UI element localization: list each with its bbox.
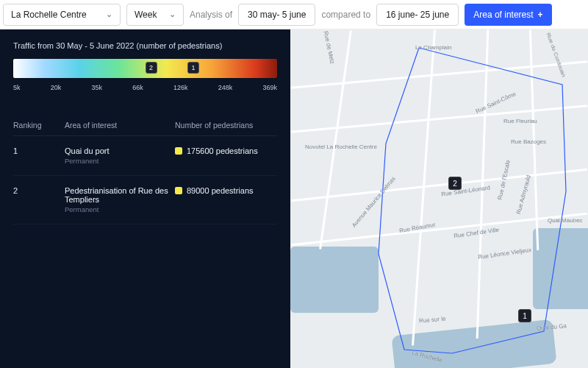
legend-tick: 66k bbox=[132, 84, 143, 91]
compared-to-label: compared to bbox=[321, 10, 370, 20]
legend-marker-2: 2 bbox=[146, 62, 157, 74]
map-viewport[interactable]: 1 2 Rue de MetzLe ChamplainRue du Cordou… bbox=[290, 29, 588, 368]
map-marker-label: 1 bbox=[523, 312, 527, 320]
plus-icon: + bbox=[538, 10, 543, 20]
street-label: Quai Maubec bbox=[548, 217, 583, 224]
row-area-status: Permanent bbox=[65, 157, 175, 165]
street-label: Rue Bazoges bbox=[511, 138, 546, 145]
street-label: Rue Fleuriau bbox=[503, 118, 537, 124]
row-rank: 2 bbox=[13, 186, 65, 195]
ranking-row[interactable]: 2 Pedestrianisation of Rue des Templiers… bbox=[13, 176, 277, 224]
add-area-of-interest-button[interactable]: Area of interest + bbox=[465, 4, 551, 26]
legend-tick: 20k bbox=[51, 84, 62, 91]
color-swatch-icon bbox=[175, 147, 182, 155]
legend-tick: 35k bbox=[91, 84, 102, 91]
legend-tick: 5k bbox=[13, 84, 21, 91]
analysis-of-label: Analysis of bbox=[190, 10, 232, 20]
timeframe-select[interactable]: Week ⌄ bbox=[126, 4, 184, 26]
panel-title: Traffic from 30 May - 5 June 2022 (numbe… bbox=[13, 41, 277, 50]
street-label: Le Champlain bbox=[415, 44, 451, 51]
row-count: 175600 pedestrians bbox=[187, 146, 258, 155]
period-a-picker[interactable]: 30 may- 5 june bbox=[238, 4, 315, 26]
main-content: Traffic from 30 May - 5 June 2022 (numbe… bbox=[0, 29, 588, 368]
color-swatch-icon bbox=[175, 187, 182, 194]
col-header-area: Area of interest bbox=[65, 121, 175, 130]
street-label: Novotel La Rochelle Centre bbox=[305, 144, 377, 150]
legend-marker-1: 1 bbox=[187, 62, 199, 74]
chevron-down-icon: ⌄ bbox=[106, 10, 112, 19]
location-select[interactable]: La Rochelle Centre ⌄ bbox=[3, 4, 121, 26]
row-count: 89000 pedestrians bbox=[187, 186, 254, 195]
chevron-down-icon: ⌄ bbox=[169, 10, 176, 19]
timeframe-select-label: Week bbox=[135, 10, 157, 20]
location-select-label: La Rochelle Centre bbox=[11, 10, 87, 20]
period-a-label: 30 may- 5 june bbox=[248, 10, 306, 20]
legend-ticks: 5k 20k 35k 66k 126k 248k 369k bbox=[13, 84, 277, 91]
ranking-row[interactable]: 1 Quai du port Permanent 175600 pedestri… bbox=[13, 136, 277, 176]
period-b-picker[interactable]: 16 june- 25 june bbox=[376, 4, 459, 26]
left-panel: Traffic from 30 May - 5 June 2022 (numbe… bbox=[0, 29, 290, 368]
row-area-name: Quai du port bbox=[65, 146, 175, 155]
map-marker-label: 2 bbox=[453, 180, 457, 188]
period-b-label: 16 june- 25 june bbox=[386, 10, 449, 20]
map-marker-1[interactable]: 1 bbox=[518, 309, 531, 322]
legend-tick: 126k bbox=[173, 84, 188, 91]
legend-gradient: 2 1 bbox=[13, 59, 277, 78]
col-header-rank: Ranking bbox=[13, 121, 65, 130]
aoi-button-label: Area of interest bbox=[473, 10, 533, 20]
row-rank: 1 bbox=[13, 146, 65, 155]
color-legend: 2 1 5k 20k 35k 66k 126k 248k 369k bbox=[13, 59, 277, 100]
legend-tick: 248k bbox=[218, 84, 233, 91]
top-toolbar: La Rochelle Centre ⌄ Week ⌄ Analysis of … bbox=[0, 0, 588, 29]
ranking-table-header: Ranking Area of interest Number of pedes… bbox=[13, 113, 277, 136]
legend-tick: 369k bbox=[262, 84, 277, 91]
row-area-name: Pedestrianisation of Rue des Templiers bbox=[65, 186, 175, 204]
row-area-status: Permanent bbox=[65, 205, 175, 213]
col-header-count: Number of pedestrians bbox=[175, 121, 277, 130]
